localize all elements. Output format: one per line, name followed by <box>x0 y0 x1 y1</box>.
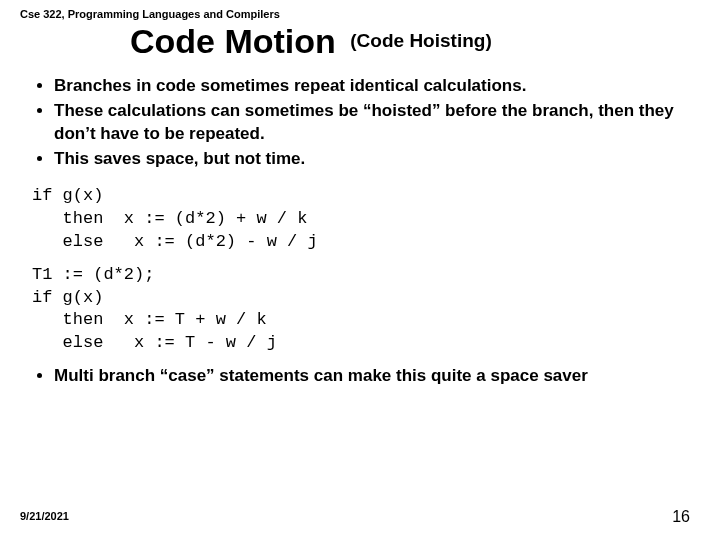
course-header: Cse 322, Programming Languages and Compi… <box>20 8 700 20</box>
title-main: Code Motion <box>130 22 336 61</box>
slide: Cse 322, Programming Languages and Compi… <box>0 0 720 540</box>
slide-title: Code Motion (Code Hoisting) <box>20 22 700 61</box>
footer-date: 9/21/2021 <box>20 510 69 522</box>
title-sub: (Code Hoisting) <box>350 30 491 52</box>
bullet-item: This saves space, but not time. <box>54 148 700 171</box>
bullet-list-top: Branches in code sometimes repeat identi… <box>20 75 700 171</box>
bullet-item: Branches in code sometimes repeat identi… <box>54 75 700 98</box>
bullet-item: Multi branch “case” statements can make … <box>54 365 700 387</box>
code-before: if g(x) then x := (d*2) + w / k else x :… <box>32 185 700 254</box>
code-after: T1 := (d*2); if g(x) then x := T + w / k… <box>32 264 700 356</box>
footer-page-number: 16 <box>672 508 690 526</box>
bullet-list-bottom: Multi branch “case” statements can make … <box>20 365 700 387</box>
bullet-item: These calculations can sometimes be “hoi… <box>54 100 700 146</box>
